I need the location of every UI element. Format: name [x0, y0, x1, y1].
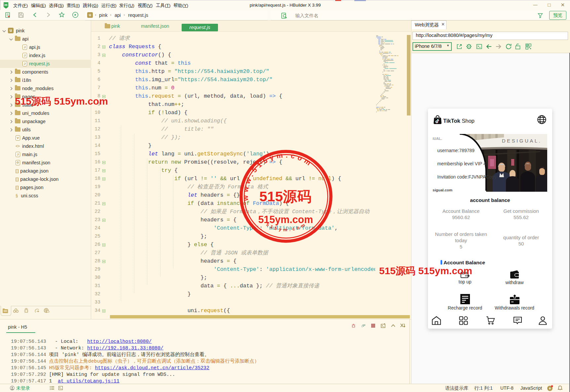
- svg-text:515源码: 515源码: [259, 188, 311, 204]
- svg-text:DESIGUAL.: DESIGUAL.: [502, 138, 542, 144]
